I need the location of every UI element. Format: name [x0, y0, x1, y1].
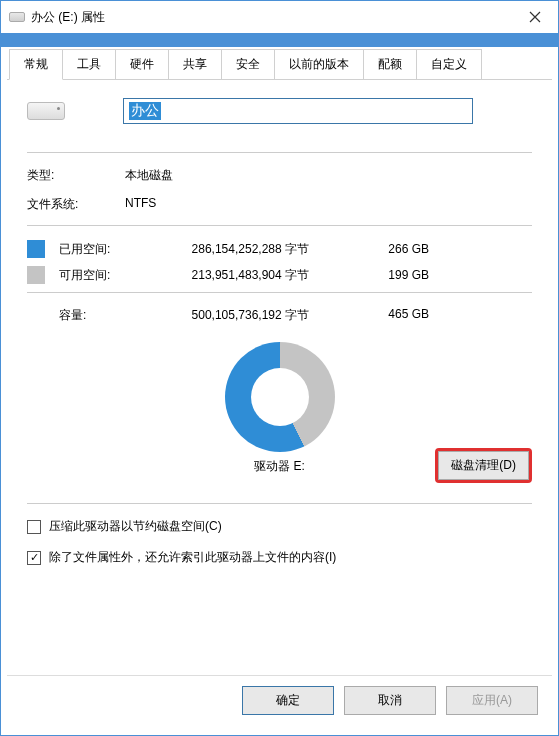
filesystem-label: 文件系统:	[27, 196, 125, 213]
index-label: 除了文件属性外，还允许索引此驱动器上文件的内容(I)	[49, 549, 336, 566]
separator	[27, 225, 532, 226]
separator	[27, 152, 532, 153]
tab-security[interactable]: 安全	[221, 49, 275, 79]
drive-large-icon	[27, 102, 65, 120]
disk-cleanup-highlight: 磁盘清理(D)	[435, 448, 532, 483]
tab-strip: 常规 工具 硬件 共享 安全 以前的版本 配额 自定义	[7, 49, 552, 80]
used-label: 已用空间:	[59, 241, 149, 258]
apply-button[interactable]: 应用(A)	[446, 686, 538, 715]
used-swatch	[27, 240, 45, 258]
free-swatch	[27, 266, 45, 284]
close-icon	[529, 11, 541, 23]
used-bytes: 286,154,252,288 字节	[149, 241, 349, 258]
free-bytes: 213,951,483,904 字节	[149, 267, 349, 284]
tab-general[interactable]: 常规	[9, 49, 63, 80]
disk-cleanup-button[interactable]: 磁盘清理(D)	[438, 451, 529, 480]
free-label: 可用空间:	[59, 267, 149, 284]
close-button[interactable]	[512, 1, 558, 33]
tab-quota[interactable]: 配额	[363, 49, 417, 79]
drive-letter-label: 驱动器 E:	[254, 458, 305, 475]
tab-content-general: 办公 类型: 本地磁盘 文件系统: NTFS 已用空间: 286,154,252…	[7, 80, 552, 675]
ok-button[interactable]: 确定	[242, 686, 334, 715]
used-human: 266 GB	[349, 242, 429, 256]
cancel-button[interactable]: 取消	[344, 686, 436, 715]
capacity-label: 容量:	[27, 307, 149, 324]
tab-hardware[interactable]: 硬件	[115, 49, 169, 79]
separator	[27, 503, 532, 504]
type-label: 类型:	[27, 167, 125, 184]
tab-customize[interactable]: 自定义	[416, 49, 482, 79]
titlebar[interactable]: 办公 (E:) 属性	[1, 1, 558, 33]
filesystem-value: NTFS	[125, 196, 156, 213]
drive-name-input[interactable]: 办公	[123, 98, 473, 124]
capacity-human: 465 GB	[349, 307, 429, 324]
drive-icon	[9, 12, 25, 22]
free-human: 199 GB	[349, 268, 429, 282]
accent-strip	[1, 33, 558, 47]
compress-label: 压缩此驱动器以节约磁盘空间(C)	[49, 518, 222, 535]
type-value: 本地磁盘	[125, 167, 173, 184]
dialog-buttons: 确定 取消 应用(A)	[7, 675, 552, 729]
properties-dialog: 办公 (E:) 属性 常规 工具 硬件 共享 安全 以前的版本 配额 自定义 办…	[0, 0, 559, 736]
tab-tools[interactable]: 工具	[62, 49, 116, 79]
window-title: 办公 (E:) 属性	[31, 9, 512, 26]
usage-donut-chart	[225, 342, 335, 452]
capacity-bytes: 500,105,736,192 字节	[149, 307, 349, 324]
separator	[27, 292, 532, 293]
tab-sharing[interactable]: 共享	[168, 49, 222, 79]
compress-checkbox[interactable]	[27, 520, 41, 534]
drive-name-value: 办公	[129, 102, 161, 120]
tab-previous-versions[interactable]: 以前的版本	[274, 49, 364, 79]
index-checkbox[interactable]	[27, 551, 41, 565]
